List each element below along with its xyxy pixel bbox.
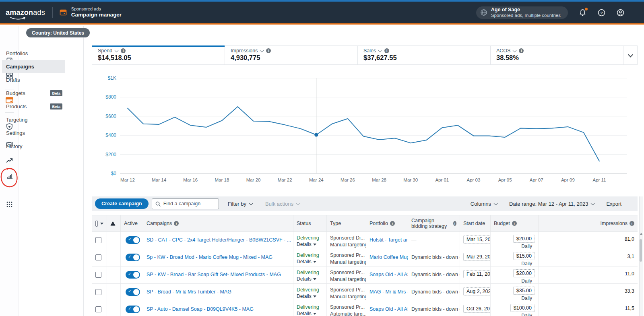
chevron-down-icon[interactable] <box>378 48 382 52</box>
row-checkbox[interactable] <box>95 289 101 295</box>
svg-text:Mar 16: Mar 16 <box>183 178 198 182</box>
columns-label: Columns <box>471 201 491 207</box>
column-header-campaigns[interactable]: Campaignsi <box>143 215 293 231</box>
sidebar-item[interactable]: History <box>2 140 65 153</box>
info-icon[interactable]: i <box>512 221 517 226</box>
sidebar-item[interactable]: Campaigns <box>2 60 65 73</box>
column-header-status[interactable]: Status <box>293 215 327 231</box>
start-date-field[interactable]: Aug 2, 2021 <box>463 287 491 295</box>
portfolio-link[interactable]: Soaps Old - All ASINs <box>369 272 408 277</box>
info-icon[interactable]: i <box>453 221 456 226</box>
row-checkbox[interactable] <box>95 254 101 260</box>
row-checkbox[interactable] <box>95 272 101 278</box>
portfolio-link[interactable]: Mario Coffee Mug - ... <box>369 254 408 260</box>
info-icon[interactable]: i <box>390 221 395 226</box>
details-expander[interactable]: Details <box>297 311 323 316</box>
start-date-field[interactable]: Mar 15, 2023 <box>463 235 491 244</box>
metric-value: 4,930,775 <box>231 54 357 62</box>
sidebar-item[interactable]: Portfolios <box>2 47 65 60</box>
portfolio-link[interactable]: Soaps Old - All ASINs <box>369 306 408 312</box>
active-toggle[interactable]: ✓ <box>126 288 140 296</box>
campaign-link[interactable]: SP - Broad - Mr & Mrs Tumbler - MAG <box>147 289 231 295</box>
column-header-type[interactable]: Type <box>327 215 366 231</box>
notifications-bell-icon[interactable] <box>578 8 587 17</box>
metric-label: ACOS <box>496 48 510 54</box>
info-icon[interactable]: i <box>121 48 126 53</box>
chevron-down-icon[interactable] <box>115 48 119 52</box>
campaign-link[interactable]: SD - CAT - CPC - 2x4 Target Holder/Hange… <box>147 237 291 243</box>
select-dropdown-caret[interactable] <box>100 223 103 225</box>
active-toggle[interactable]: ✓ <box>126 271 140 279</box>
details-expander[interactable]: Details <box>297 293 323 299</box>
start-date-field[interactable]: Mar 29, 2023 <box>463 253 491 261</box>
scrollbar-up-arrow[interactable] <box>640 233 642 235</box>
svg-text:$400: $400 <box>105 132 116 138</box>
sidebar-item-label: Settings <box>6 130 25 136</box>
column-header-bidding[interactable]: Campaign bidding strategyi <box>408 215 460 231</box>
column-header-budget[interactable]: Budgeti <box>491 215 539 231</box>
info-icon[interactable]: i <box>630 221 634 226</box>
create-campaign-button[interactable]: Create campaign <box>95 198 149 209</box>
select-all-checkbox[interactable] <box>95 221 98 227</box>
metrics-expand-button[interactable] <box>623 45 638 64</box>
campaign-link[interactable]: Sp - KW - Broad Mod - Mario Coffee Mug -… <box>147 254 272 260</box>
row-checkbox[interactable] <box>95 237 101 243</box>
budget-field[interactable]: $20.00 <box>513 235 535 243</box>
date-range-dropdown[interactable]: Date range: Mar 12 - Apr 11, 2023 <box>509 201 594 207</box>
profile-icon[interactable] <box>616 8 625 17</box>
sidebar-item[interactable]: Settings <box>2 126 65 140</box>
campaign-link[interactable]: SP - KW - Broad - Bar Soap Gift Set- Mix… <box>147 272 281 277</box>
column-header-start-date[interactable]: Start date <box>460 215 491 231</box>
metric-label: Spend <box>98 48 112 54</box>
columns-dropdown[interactable]: Columns <box>471 201 497 207</box>
help-icon[interactable]: ? <box>597 8 606 17</box>
find-campaign-input[interactable] <box>152 198 219 209</box>
account-switcher[interactable]: Age of Sage Sponsored ads, multiple coun… <box>476 6 568 19</box>
budget-field[interactable]: $15.00 <box>513 252 535 260</box>
export-button[interactable]: Export <box>606 201 621 207</box>
chevron-down-icon[interactable] <box>513 48 517 52</box>
details-expander[interactable]: Details <box>297 259 323 264</box>
chevron-down-icon[interactable] <box>260 48 264 52</box>
table-row: ✓ SP - Auto - Damsel Soap - B09QL9V4K5 -… <box>92 301 638 316</box>
budget-field[interactable]: $100.00 <box>510 304 535 312</box>
reports-bar-chart-icon[interactable] <box>5 171 14 180</box>
active-toggle[interactable]: ✓ <box>126 236 140 244</box>
active-toggle[interactable]: ✓ <box>126 254 140 261</box>
sidebar-item[interactable]: Budgets Beta <box>2 87 65 100</box>
sidebar-item[interactable]: Drafts <box>2 73 65 87</box>
info-icon[interactable]: i <box>519 48 524 53</box>
sidebar-item[interactable]: Products Beta <box>2 100 65 113</box>
country-badge[interactable]: Country: United States <box>26 28 90 37</box>
budget-field[interactable]: $35.00 <box>513 287 535 295</box>
amazon-ads-logo[interactable]: amazonads <box>6 8 45 17</box>
bulk-actions-label: Bulk actions <box>265 201 293 207</box>
details-expander[interactable]: Details <box>297 276 323 282</box>
row-checkbox[interactable] <box>95 306 101 312</box>
performance-trend-icon[interactable] <box>5 156 14 165</box>
details-expander[interactable]: Details <box>297 242 323 247</box>
filter-by-dropdown[interactable]: Filter by <box>228 201 252 207</box>
column-header-impressions[interactable]: Impressionsi <box>539 215 638 231</box>
metric-tab[interactable]: Impressions i 4,930,775 <box>225 45 357 64</box>
column-header-active[interactable]: Active <box>121 215 143 231</box>
info-icon[interactable]: i <box>384 48 389 53</box>
budget-field[interactable]: $20.00 <box>513 269 535 277</box>
column-header-portfolio[interactable]: Portfolioi <box>366 215 408 231</box>
row-alert-cell <box>107 249 121 266</box>
info-icon[interactable]: i <box>174 221 179 226</box>
metric-tab[interactable]: Sales i $37,627.55 <box>357 45 490 64</box>
portfolio-link[interactable]: MAG - Mr & Mrs - B0... <box>369 289 408 295</box>
metric-tab[interactable]: ACOS i 38.58% <box>490 45 623 64</box>
info-icon[interactable]: i <box>266 48 271 53</box>
scrollbar-thumb[interactable] <box>640 239 642 262</box>
apps-grid-icon[interactable] <box>5 200 14 209</box>
bulk-actions-dropdown[interactable]: Bulk actions <box>265 201 299 207</box>
portfolio-link[interactable]: Holstit - Target and B... <box>369 237 408 243</box>
start-date-field[interactable]: Feb 11, 2022 <box>463 270 491 278</box>
metric-tab[interactable]: Spend i $14,518.05 <box>92 45 225 64</box>
campaign-link[interactable]: SP - Auto - Damsel Soap - B09QL9V4K5 - M… <box>147 306 254 312</box>
start-date-field[interactable]: Oct 26, 2022 <box>463 305 491 313</box>
sidebar-item[interactable]: Targeting <box>2 113 65 126</box>
active-toggle[interactable]: ✓ <box>126 306 140 313</box>
